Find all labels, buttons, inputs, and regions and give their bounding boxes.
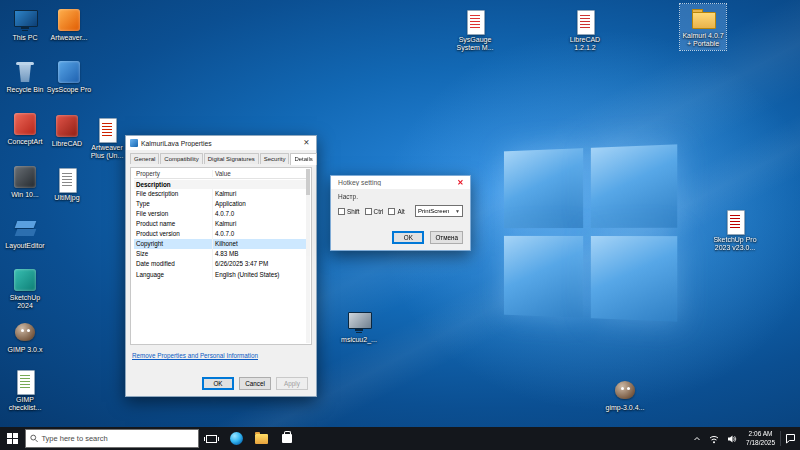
edge-icon — [230, 432, 243, 445]
detail-row[interactable]: Product version 4.0.7.0 — [134, 229, 308, 239]
speaker-icon — [727, 434, 737, 444]
action-center-button[interactable] — [781, 427, 800, 450]
volume-tray-button[interactable] — [723, 427, 741, 450]
details-column-headers: Property Value — [134, 170, 308, 179]
checkbox-box[interactable] — [338, 208, 345, 215]
desktop-icon-ultimjpg[interactable]: UltiMjpg — [44, 166, 90, 203]
chevron-down-icon: ▼ — [455, 208, 460, 214]
detail-row[interactable]: File version 4.0.7.0 — [134, 209, 308, 219]
search-input[interactable] — [41, 434, 194, 443]
icon-label: SysGauge System M... — [452, 36, 498, 53]
ultimjpg-icon — [54, 167, 80, 193]
desktop-icon-sketchup-pro[interactable]: SketchUp Pro 2023 v23.0... — [712, 208, 758, 254]
detail-row[interactable]: Date modified 6/26/2025 3:47 PM — [134, 259, 308, 269]
checkbox-shift[interactable]: Shift — [338, 208, 360, 215]
clock-time: 2:06 AM — [746, 430, 775, 438]
gimp-installer-icon — [612, 377, 638, 403]
checkbox-alt[interactable]: Alt — [388, 208, 404, 215]
detail-row[interactable]: File description Kalmuri — [134, 189, 308, 199]
artweaver-plus-icon — [94, 117, 120, 143]
properties-titlebar[interactable]: KalmuriLava Properties ✕ — [126, 136, 316, 150]
desktop-icon-kalmuri-folder[interactable]: Kalmuri 4.0.7 + Portable — [680, 4, 726, 50]
network-tray-button[interactable] — [705, 427, 723, 450]
desktop-icon-librecad-installer[interactable]: LibreCAD 1.2.1.2 — [562, 8, 608, 54]
windows-logo — [504, 144, 677, 321]
icon-label: SketchUp 2024 — [2, 294, 48, 311]
hotkey-ok-button[interactable]: OK — [392, 231, 424, 244]
store-button[interactable] — [274, 427, 299, 450]
desktop-icon-sysgauge[interactable]: SysGauge System M... — [452, 8, 498, 54]
search-icon — [30, 434, 38, 443]
desktop-icon-artweaver-plus[interactable]: Artweaver Plus (Un... — [84, 116, 130, 162]
checkbox-ctrl[interactable]: Ctrl — [365, 208, 384, 215]
hotkey-cancel-button[interactable]: Отмена — [430, 231, 463, 244]
icon-label: SketchUp Pro 2023 v23.0... — [712, 236, 758, 253]
chevron-up-icon — [693, 435, 701, 443]
tab-details[interactable]: Details — [290, 153, 316, 165]
icon-label: UltiMjpg — [44, 194, 90, 202]
dialog-title: Hotkey setting — [338, 179, 453, 186]
recycle-bin-icon — [12, 59, 38, 85]
hotkey-buttons: OK Отмена — [392, 231, 463, 244]
desktop-icon-sketchup-2024[interactable]: SketchUp 2024 — [2, 266, 48, 312]
desktop-icon-gimp-checklist[interactable]: GIMP checklist... — [2, 368, 48, 414]
icon-label: GIMP 3.0.x — [2, 346, 48, 354]
taskbar: 2:06 AM 7/18/2025 — [0, 427, 800, 450]
icon-label: Kalmuri 4.0.7 + Portable — [680, 32, 726, 49]
edge-taskbar-button[interactable] — [224, 427, 249, 450]
details-panel: Property Value Description File descript… — [130, 167, 312, 345]
task-view-button[interactable] — [199, 427, 224, 450]
icon-label: LibreCAD 1.2.1.2 — [562, 36, 608, 53]
desktop-icon-recycle-bin[interactable]: Recycle Bin — [2, 58, 48, 95]
detail-row[interactable]: Language English (United States) — [134, 270, 308, 280]
tab-general[interactable]: General — [130, 153, 159, 164]
dialog-buttons: OK Cancel Apply — [202, 377, 308, 390]
close-icon[interactable]: ✕ — [299, 136, 314, 150]
desktop-icon-artweaver[interactable]: Artweaver... — [46, 6, 92, 43]
icon-label: GIMP checklist... — [2, 396, 48, 413]
ok-button[interactable]: OK — [202, 377, 234, 390]
desktop-icon-gimp[interactable]: GIMP 3.0.x — [2, 318, 48, 355]
librecad-icon — [54, 113, 80, 139]
win10-icon — [12, 164, 38, 190]
hidden-icons-button[interactable] — [689, 427, 705, 450]
detail-row-selected[interactable]: Copyright Kilhonet — [134, 239, 308, 249]
hotkey-titlebar[interactable]: Hotkey setting ✕ — [331, 176, 470, 189]
tab-digital-signatures[interactable]: Digital Signatures — [204, 153, 259, 164]
system-tray: 2:06 AM 7/18/2025 — [689, 427, 800, 450]
hotkey-dialog: Hotkey setting ✕ Настр. Shift Ctrl Alt P… — [330, 175, 471, 251]
icon-label: Artweaver Plus (Un... — [84, 144, 130, 161]
file-explorer-button[interactable] — [249, 427, 274, 450]
clock-date: 7/18/2025 — [746, 439, 775, 447]
cancel-button[interactable]: Cancel — [239, 377, 271, 390]
checkbox-box[interactable] — [365, 208, 372, 215]
desktop-icon-conceptart[interactable]: ConceptArt — [2, 110, 48, 147]
tab-security[interactable]: Security — [260, 153, 290, 164]
desktop-icon-layouteditor[interactable]: LayoutEditor — [2, 214, 48, 251]
gimp-checklist-icon — [12, 369, 38, 395]
remove-properties-link[interactable]: Remove Properties and Personal Informati… — [132, 352, 258, 359]
desktop-icon-gimp-installer[interactable]: gimp-3.0.4... — [602, 376, 648, 413]
detail-row[interactable]: Product name Kalmuri — [134, 219, 308, 229]
taskbar-search[interactable] — [25, 429, 199, 448]
tab-compatibility[interactable]: Compatibility — [160, 153, 202, 164]
group-description: Description — [134, 180, 308, 189]
detail-row[interactable]: Size 4.83 MB — [134, 249, 308, 259]
desktop-icon-sysscope-pro[interactable]: SysScope Pro — [46, 58, 92, 95]
taskbar-clock[interactable]: 2:06 AM 7/18/2025 — [741, 430, 780, 447]
desktop-icon-msicuu2[interactable]: msicuu2_... — [336, 308, 382, 345]
desktop-icon-this-pc[interactable]: This PC — [2, 6, 48, 43]
icon-label: LayoutEditor — [2, 242, 48, 250]
layouteditor-icon — [12, 215, 38, 241]
conceptart-icon — [12, 111, 38, 137]
hotkey-key-dropdown[interactable]: PrintScreen ▼ — [415, 205, 463, 217]
start-button[interactable] — [0, 427, 25, 450]
desktop-icon-win10[interactable]: Win 10... — [2, 163, 48, 200]
sketchup-pro-icon — [722, 209, 748, 235]
icon-label: Recycle Bin — [2, 86, 48, 94]
close-icon[interactable]: ✕ — [453, 176, 468, 190]
checkbox-box[interactable] — [388, 208, 395, 215]
store-icon — [282, 434, 292, 443]
details-scrollbar[interactable] — [306, 169, 310, 343]
detail-row[interactable]: Type Application — [134, 199, 308, 209]
